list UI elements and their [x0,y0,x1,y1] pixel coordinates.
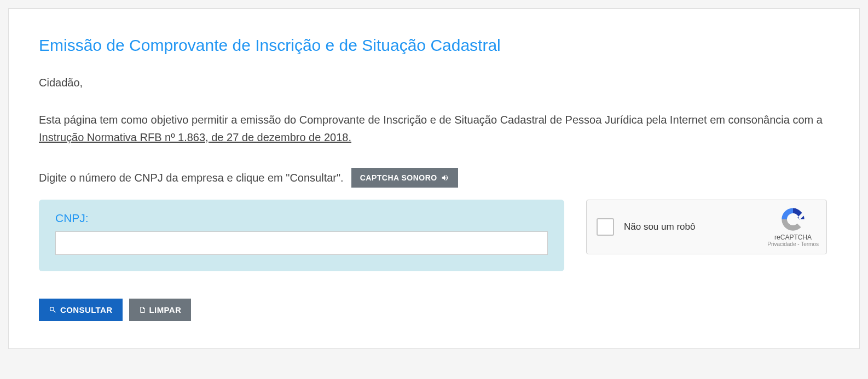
actions-row: CONSULTAR LIMPAR [39,299,829,321]
recaptcha-brand-name: reCAPTCHA [767,234,819,241]
instruction-text: Digite o número de CNPJ da empresa e cli… [39,172,344,184]
cnpj-label: CNPJ: [55,212,548,225]
recaptcha-separator: - [796,241,801,247]
normative-instruction-link[interactable]: Instrução Normativa RFB nº 1.863, de 27 … [39,131,351,143]
recaptcha-brand: reCAPTCHA Privacidade - Termos [767,207,819,247]
limpar-button[interactable]: LIMPAR [129,299,192,321]
page-title: Emissão de Comprovante de Inscrição e de… [39,36,829,55]
form-row: CNPJ: Não sou um robô reCAPTCHA Privacid… [39,200,829,271]
recaptcha-terms-link[interactable]: Termos [801,241,819,247]
audio-captcha-button[interactable]: CAPTCHA SONORO [351,168,458,188]
instruction-row: Digite o número de CNPJ da empresa e cli… [39,168,829,188]
limpar-label: LIMPAR [149,305,182,314]
recaptcha-label: Não sou um robô [624,221,757,232]
intro-paragraph: Esta página tem como objetivo permitir a… [39,111,829,146]
recaptcha-icon [781,207,805,232]
greeting-text: Cidadão, [39,77,829,89]
form-card: Emissão de Comprovante de Inscrição e de… [8,8,860,349]
recaptcha-brand-links: Privacidade - Termos [767,241,819,247]
cnpj-input[interactable] [55,231,548,255]
consultar-label: CONSULTAR [60,305,113,314]
recaptcha-widget: Não sou um robô reCAPTCHA Privacidade - … [586,200,827,254]
search-icon [49,306,57,314]
intro-text: Esta página tem como objetivo permitir a… [39,114,823,126]
volume-icon [441,174,449,182]
consultar-button[interactable]: CONSULTAR [39,299,123,321]
recaptcha-checkbox[interactable] [597,218,614,236]
audio-captcha-label: CAPTCHA SONORO [360,173,437,182]
file-icon [139,306,146,314]
cnpj-field-group: CNPJ: [39,200,564,271]
recaptcha-privacy-link[interactable]: Privacidade [767,241,796,247]
